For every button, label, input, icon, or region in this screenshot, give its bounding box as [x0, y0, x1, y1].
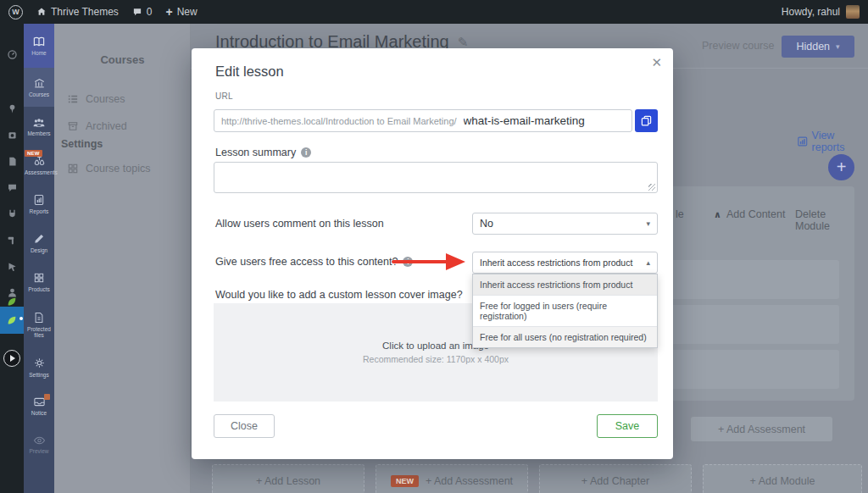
add-content-button[interactable]: ∧ Add Content [714, 208, 785, 220]
preview-course-link[interactable]: Preview course [702, 40, 774, 52]
library-icon [33, 77, 46, 89]
comments-menu[interactable]: 0 [132, 6, 153, 18]
add-assessment-label: + Add Assessment [426, 475, 513, 487]
close-button[interactable]: Close [214, 414, 275, 438]
sidebar-item-label: Settings [29, 372, 49, 378]
secondary-item-label: Courses [86, 93, 125, 105]
home-icon [36, 7, 47, 17]
secondary-sidebar-title: Courses [54, 53, 191, 66]
sidebar-item-label: Members [27, 130, 50, 136]
add-chapter-button[interactable]: + Add Chapter [539, 464, 692, 493]
sidebar-comments-icon[interactable] [0, 175, 24, 199]
wp-logo-menu[interactable]: W [8, 5, 23, 19]
sidebar-posts-icon[interactable] [0, 97, 24, 120]
report-chart-icon [798, 136, 808, 147]
members-icon [32, 117, 46, 128]
save-button[interactable]: Save [597, 414, 658, 438]
dropdown-option-logged-in[interactable]: Free for logged in users (require regist… [473, 296, 657, 327]
edit-lesson-modal: ✕ Edit lesson URL http://thrive-themes.l… [192, 48, 673, 459]
sidebar-pointer-icon[interactable] [0, 254, 24, 278]
user-avatar[interactable] [846, 5, 860, 19]
comments-select[interactable]: No ▾ [472, 213, 658, 235]
grid-icon [68, 163, 78, 174]
dropdown-option-all-users[interactable]: Free for all users (no registration requ… [473, 327, 657, 347]
visibility-label: Hidden [796, 41, 830, 53]
url-slug-input[interactable] [462, 114, 625, 128]
delete-module-button[interactable]: Delete Module [795, 208, 854, 232]
chevron-down-icon: ▾ [836, 42, 840, 51]
visibility-dropdown-button[interactable]: Hidden ▾ [782, 36, 854, 58]
wordpress-logo-icon: W [8, 5, 23, 19]
sidebar-plugins-icon[interactable] [0, 202, 24, 225]
comments-label: Allow users comment on this lesson [215, 218, 384, 230]
sidebar-dashboard-icon[interactable] [0, 42, 24, 66]
eye-icon [33, 435, 46, 446]
view-reports-link[interactable]: View reports [798, 130, 868, 153]
secondary-item-label: Course topics [86, 163, 150, 174]
site-link[interactable]: Thrive Themes [36, 6, 119, 18]
annotation-arrow [392, 253, 466, 270]
howdy-text[interactable]: Howdy, rahul [782, 6, 840, 18]
sidebar-media-icon[interactable] [0, 123, 24, 147]
sidebar-item-courses[interactable]: Courses [24, 68, 54, 107]
add-assessment-button[interactable]: NEW + Add Assessment [376, 464, 528, 493]
sidebar-item-settings[interactable]: Settings [24, 347, 54, 386]
secondary-item-courses[interactable]: Courses [68, 93, 125, 105]
summary-label: Lesson summary [215, 147, 296, 158]
sidebar-item-home[interactable]: Home [24, 24, 54, 68]
sidebar-tools-icon[interactable] [0, 228, 24, 252]
sidebar-item-members[interactable]: Members [24, 107, 54, 146]
comment-count: 0 [147, 6, 153, 18]
sidebar-thrive-apprentice-active[interactable] [0, 307, 24, 334]
reports-icon [33, 194, 45, 206]
access-select[interactable]: Inherit access restrictions from product… [472, 252, 658, 274]
sidebar-item-label: Protected files [25, 326, 53, 338]
lesson-url-field[interactable]: http://thrive-themes.local/Introduction … [214, 109, 632, 132]
new-label: New [177, 6, 198, 18]
chevron-up-icon: ▴ [646, 258, 650, 267]
sidebar-item-label: Design [31, 247, 47, 253]
sidebar-item-reports[interactable]: Reports [24, 185, 54, 224]
sidebar-item-assessments[interactable]: NEW Assessments [24, 146, 54, 185]
caret-up-icon: ∧ [714, 209, 721, 220]
new-menu[interactable]: + New [166, 5, 198, 19]
copy-url-button[interactable] [635, 109, 658, 132]
edit-title-pencil-icon[interactable]: ✎ [458, 35, 469, 50]
notification-dot [19, 317, 23, 320]
secondary-section-settings: Settings [61, 138, 103, 150]
truncated-module-text: le [676, 208, 684, 220]
info-icon: i [301, 147, 311, 158]
sidebar-pages-icon[interactable] [0, 149, 24, 173]
secondary-item-archived[interactable]: Archived [68, 120, 127, 132]
add-lesson-button[interactable]: + Add Lesson [212, 464, 364, 493]
add-module-fab-button[interactable]: + [828, 154, 854, 180]
sidebar-item-products[interactable]: Products [24, 263, 54, 302]
sidebar-item-preview[interactable]: Preview [24, 425, 54, 464]
wp-admin-bar: W Thrive Themes 0 + New Howdy, rahul [0, 0, 868, 24]
dropdown-option-inherit[interactable]: Inherit access restrictions from product [473, 274, 657, 296]
add-module-button[interactable]: + Add Module [703, 464, 862, 493]
resize-grip-icon[interactable] [648, 184, 655, 191]
archive-box-icon [68, 121, 78, 131]
products-icon [33, 272, 45, 284]
cover-image-label: Would you like to add a custom lesson co… [215, 289, 463, 301]
apprentice-sidebar: Home Courses Members NEW Assessments Rep… [24, 24, 54, 493]
add-assessment-side-button[interactable]: + Add Assessment [691, 417, 832, 441]
sidebar-item-notice[interactable]: Notice [24, 386, 54, 425]
add-content-label: Add Content [726, 208, 786, 220]
lesson-summary-textarea[interactable] [214, 162, 658, 193]
view-reports-label: View reports [812, 130, 868, 153]
sidebar-item-label: Reports [30, 208, 49, 214]
url-label: URL [215, 91, 233, 101]
sidebar-item-design[interactable]: Design [24, 224, 54, 263]
open-book-icon [32, 36, 46, 47]
sidebar-item-protected-files[interactable]: Protected files [24, 302, 54, 347]
close-icon[interactable]: ✕ [651, 55, 662, 70]
secondary-item-course-topics[interactable]: Course topics [68, 163, 150, 174]
new-badge: NEW [25, 150, 42, 157]
add-lesson-label: + Add Lesson [256, 475, 320, 487]
design-pencil-icon [33, 233, 45, 245]
list-icon [68, 94, 78, 104]
assessments-icon [33, 155, 46, 167]
sidebar-video-play-icon[interactable] [0, 346, 24, 371]
